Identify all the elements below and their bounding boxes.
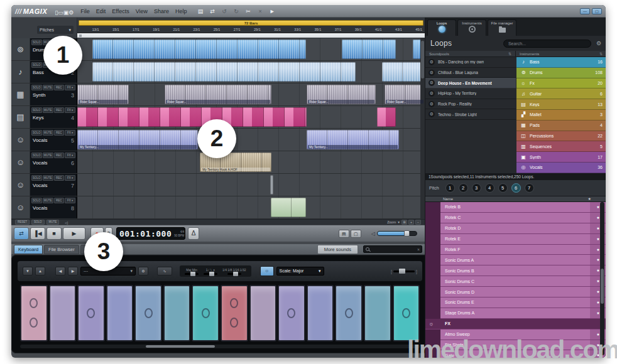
piano-key[interactable]: [134, 285, 162, 341]
loops-search-input[interactable]: [503, 40, 591, 48]
metronome-button[interactable]: Δ: [188, 227, 199, 240]
pitch-button[interactable]: 7: [525, 183, 534, 193]
piano-key[interactable]: [192, 285, 219, 341]
instrument-category[interactable]: ▤ Keys 13: [516, 99, 606, 110]
track-instrument-icon[interactable]: ▦: [11, 83, 30, 105]
audio-clip[interactable]: [77, 107, 307, 127]
soundpool-item[interactable]: ⚙ Deep House - En Movement: [425, 78, 516, 88]
track-lane[interactable]: [77, 174, 425, 196]
menu-item[interactable]: Effects: [109, 7, 132, 16]
name-column-header[interactable]: Name: [443, 196, 453, 201]
rec-button[interactable]: REC: [54, 130, 65, 136]
pitch-button[interactable]: 1: [445, 183, 455, 193]
next-preset-button[interactable]: ▶: [68, 267, 78, 276]
bottom-tab[interactable]: File Browser: [44, 245, 79, 254]
solo-button[interactable]: SOLO: [31, 175, 42, 181]
solo-button[interactable]: SOLO: [31, 85, 42, 90]
rec-button[interactable]: REC: [54, 153, 65, 158]
piano-key[interactable]: [77, 285, 105, 341]
cursor-icon[interactable]: ►: [268, 8, 276, 14]
mute-button[interactable]: MUTE: [43, 175, 53, 181]
rec-button[interactable]: REC: [54, 198, 65, 203]
solo-button[interactable]: SOLO: [31, 62, 42, 68]
instrument-category[interactable]: ♫ Guitar 6: [516, 88, 606, 99]
arranger-scrollbar[interactable]: [420, 38, 425, 219]
piano-key[interactable]: [335, 285, 363, 341]
track-header[interactable]: SOLO MUTE REC FX ▾ Vocals 6: [30, 151, 77, 173]
sort-icon[interactable]: ⇅: [599, 51, 603, 56]
solo-button[interactable]: SOLO: [31, 107, 42, 113]
sample-row[interactable]: ☼ Sonic Drums C ★: [440, 276, 606, 287]
pitch-button[interactable]: 5: [498, 183, 508, 193]
mute-button[interactable]: MUTE: [43, 107, 53, 113]
audio-clip[interactable]: [271, 198, 306, 217]
audio-clip[interactable]: My Territory...: [307, 130, 399, 149]
soundpool-item[interactable]: ⚙ Chillout - Blue Laguna: [425, 68, 516, 78]
chevron-down-icon[interactable]: ▾: [398, 220, 400, 224]
maximize-button[interactable]: ▢: [592, 8, 602, 14]
track-lane[interactable]: My Territory... My Territory...: [77, 129, 425, 151]
piano-key[interactable]: [307, 285, 334, 341]
mute-button[interactable]: MUTE: [43, 130, 53, 136]
solo-button[interactable]: SOLO: [31, 153, 42, 158]
more-sounds-button[interactable]: More sounds: [317, 245, 358, 254]
pitches-dropdown[interactable]: Pitches ▾: [37, 26, 74, 34]
monitor-view-button[interactable]: ▢: [351, 230, 361, 238]
piano-key[interactable]: [364, 285, 391, 341]
soundpool-item[interactable]: ⚙ 80s - Dancing on my own: [425, 57, 516, 68]
track-header[interactable]: SOLO MUTE REC FX ▾ Keys 4: [30, 106, 77, 128]
piano-key[interactable]: [393, 285, 420, 341]
pitch-button[interactable]: 2: [459, 183, 468, 193]
track-instrument-icon[interactable]: ♪: [11, 61, 30, 83]
fx-button[interactable]: FX ▾: [65, 107, 75, 113]
sort-icon[interactable]: ⇅: [508, 51, 511, 56]
track-instrument-icon[interactable]: ⊚: [11, 38, 30, 60]
key-size-control[interactable]: [ ]: [391, 269, 417, 274]
soundpool-item[interactable]: ⚙ Rock Pop - Reality: [425, 99, 516, 110]
track-lane[interactable]: [77, 61, 425, 83]
track-instrument-icon[interactable]: ☺: [11, 151, 30, 173]
audio-clip[interactable]: Rider Squar...: [77, 85, 129, 104]
instrument-category[interactable]: ▣ Synth 17: [516, 152, 606, 163]
fx-button[interactable]: FX ▾: [65, 85, 75, 90]
mute-button[interactable]: MUTE: [43, 198, 53, 203]
track-lane[interactable]: [77, 196, 425, 218]
ruler-ticks[interactable]: 13/115/117/119/121/123/125/127/129/131/1…: [77, 26, 425, 33]
track-instrument-icon[interactable]: ☺: [11, 129, 30, 151]
piano-key[interactable]: [49, 285, 77, 341]
scale-dropdown[interactable]: Scale: Major ▾: [276, 267, 324, 276]
pitch-button[interactable]: 3: [472, 183, 481, 193]
rec-button[interactable]: REC: [54, 175, 65, 181]
delete-icon[interactable]: ×: [256, 8, 265, 14]
solo-button[interactable]: SOLO: [31, 130, 42, 136]
instrument-category[interactable]: ⊚ Drums 108: [516, 68, 606, 78]
menu-item[interactable]: Share: [151, 7, 172, 16]
gear-icon[interactable]: ⚙: [596, 40, 601, 46]
rec-button[interactable]: REC: [54, 107, 65, 113]
audio-clip[interactable]: [92, 62, 356, 82]
open-project-icon[interactable]: ▭: [58, 9, 63, 16]
rec-button[interactable]: REC: [54, 85, 65, 90]
skip-start-button[interactable]: ▐◀: [30, 227, 45, 240]
menu-item[interactable]: File: [77, 7, 93, 16]
piano-key[interactable]: [278, 285, 305, 341]
sample-row[interactable]: ☼ Sonic Drums A ★: [440, 255, 606, 265]
minimize-button[interactable]: —: [580, 8, 590, 14]
speaker-icon[interactable]: ◁: [65, 220, 68, 225]
maj-min-slider[interactable]: [185, 273, 199, 275]
instrument-category[interactable]: ◎ Vocals 36: [516, 163, 606, 173]
pitch-button[interactable]: 4: [485, 183, 494, 193]
prev-preset-button[interactable]: ◀: [55, 267, 65, 276]
media-pool-tab[interactable]: Instruments: [457, 19, 486, 36]
loop-range-icon[interactable]: ⇄: [209, 8, 217, 14]
instrument-category[interactable]: ▞ Mallet 3: [516, 110, 606, 120]
track-header[interactable]: SOLO MUTE REC FX ▾ Vocals 8: [30, 196, 77, 218]
audio-clip[interactable]: Rider Squar...: [307, 85, 376, 104]
instrument-category[interactable]: ♪ Bass 16: [516, 57, 606, 68]
track-header[interactable]: SOLO MUTE REC FX ▾ Vocals 7: [30, 174, 77, 196]
track-instrument-icon[interactable]: ☺: [11, 196, 30, 218]
audio-clip[interactable]: [270, 175, 273, 195]
solo-button[interactable]: SOLO: [31, 198, 42, 203]
timeline-ruler[interactable]: 72 Bars 13/115/117/119/121/123/125/127/1…: [77, 18, 425, 38]
mute-button[interactable]: MUTE: [43, 85, 53, 90]
